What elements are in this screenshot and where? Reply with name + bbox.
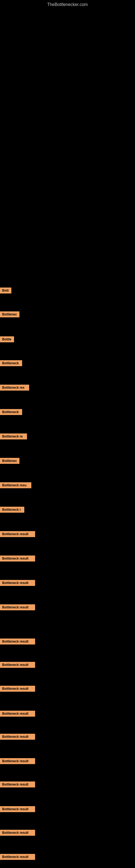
bottleneck-result-label: Bottleneck result <box>0 639 35 645</box>
bottleneck-result-label: Bottleneck res <box>0 384 29 391</box>
bottleneck-result-label: Bottleneck result <box>0 662 35 668</box>
bottleneck-result-label: Bottleneck result <box>0 686 35 692</box>
bottleneck-result-label: Bottleneck result <box>0 734 35 740</box>
bottleneck-result-label: Bottleneck result <box>0 781 35 787</box>
bottleneck-result-label: Bottleneck <box>0 360 22 366</box>
site-title: TheBottlenecker.com <box>0 0 135 7</box>
bottleneck-result-label: Bottleneck re <box>0 433 27 439</box>
bottleneck-result-label: Bottleneck result <box>0 556 35 561</box>
bottleneck-result-label: Bottleneck result <box>0 711 35 717</box>
bottleneck-result-label: Bottleneck result <box>0 830 35 836</box>
bottleneck-result-label: Bottleneck result <box>0 580 35 586</box>
bottleneck-result-label: Bottleneck result <box>0 531 35 537</box>
bottleneck-result-label: Bottleneck result <box>0 758 35 764</box>
bottleneck-result-label: Bottleneck result <box>0 854 35 860</box>
bottleneck-result-label: Bottlenec <box>0 458 19 464</box>
bottleneck-result-label: Bott <box>0 287 11 293</box>
bottleneck-result-label: Bottleneck <box>0 409 22 415</box>
bottleneck-result-label: Bottleneck resu <box>0 482 31 488</box>
bottleneck-result-label: Bottleneck result <box>0 806 35 812</box>
bottleneck-result-label: Bottleneck result <box>0 604 35 610</box>
bottleneck-result-label: Bottleneck r <box>0 507 24 513</box>
bottleneck-result-label: Bottlenec <box>0 311 19 317</box>
bottleneck-result-label: Bottle <box>0 336 14 342</box>
